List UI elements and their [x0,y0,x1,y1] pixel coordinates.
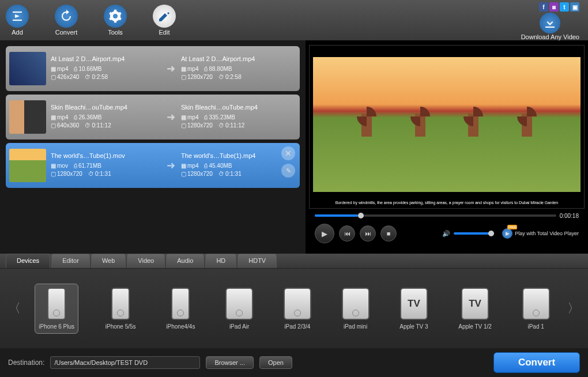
file-thumbnail [9,52,46,85]
social-links: f ◙ t ▣ [539,2,579,12]
device-carousel: 〈 iPhone 6 Plus iPhone 5/5s iPhone4/4s i… [0,269,588,348]
file-name: At Least 2 D…Airport.mp4 [51,55,160,62]
player-controls: 0:00:18 ▶ ⏮ ⏭ ■ 🔊 ▶ Play with Total Vide… [309,209,585,249]
convert-icon [55,5,78,28]
edit-icon [153,5,176,28]
tab-hd[interactable]: HD [205,254,236,268]
main-area: At Least 2 D…Airport.mp4 ▦ mp4⎙ 10.66MB … [0,40,588,254]
device-iphone5[interactable]: iPhone 5/5s [102,284,140,333]
open-button[interactable]: Open [259,356,292,369]
device-appletv12[interactable]: TVApple TV 1/2 [455,284,495,333]
play-with-label: Play with Total Video Player [515,231,579,236]
file-item[interactable]: At Least 2 D…Airport.mp4 ▦ mp4⎙ 10.66MB … [6,46,300,91]
file-name: Skin Bleachi…ouTube.mp4 [51,104,160,111]
convert-main-button[interactable]: Convert [493,352,580,373]
tab-devices[interactable]: Devices [6,254,50,268]
convert-label: Convert [55,29,78,36]
preview-image [313,57,581,192]
toolbar-right: f ◙ t ▣ Download Any Video [521,2,579,40]
device-iphone6plus[interactable]: iPhone 6 Plus [35,284,78,334]
device-appletv3[interactable]: TVApple TV 3 [396,284,431,333]
twitter-icon[interactable]: t [560,2,569,12]
device-ipad1[interactable]: iPad 1 [519,284,553,333]
browser-button[interactable]: Browser ... [206,356,254,369]
tab-editor[interactable]: Editor [51,254,90,268]
preview-screen: Bordered by windmills, the area provides… [309,45,585,209]
tab-hdtv[interactable]: HDTV [238,254,277,268]
device-ipadmini[interactable]: iPad mini [338,284,373,333]
tab-video[interactable]: Video [127,254,165,268]
destination-input[interactable] [50,356,200,369]
stop-button[interactable]: ■ [380,225,397,242]
device-ipad234[interactable]: iPad 2/3/4 [280,284,315,333]
tab-web[interactable]: Web [91,254,126,268]
play-with-total-player[interactable]: ▶ Play with Total Video Player [502,228,579,239]
file-name: The world's…Tube(1).mov [51,152,160,159]
file-thumbnail [9,100,46,134]
device-iphone4[interactable]: iPhone4/4s [163,284,198,333]
tools-label: Tools [108,29,123,36]
file-source: Skin Bleachi…ouTube.mp4 ▦ mp4⎙ 26.36MB ▢… [51,104,160,130]
edit-button[interactable]: Edit [153,5,176,36]
file-name: The world's…Tube(1).mp4 [181,152,291,159]
destination-label: Destination: [8,359,44,367]
facebook-icon[interactable]: f [539,2,548,12]
arrow-icon: ➜ [160,62,181,75]
file-item[interactable]: Skin Bleachi…ouTube.mp4 ▦ mp4⎙ 26.36MB ▢… [6,95,300,140]
add-label: Add [12,29,23,36]
next-arrow-icon[interactable]: 〉 [565,291,582,326]
tools-button[interactable]: Tools [104,5,127,36]
file-name: Skin Bleachi…ouTube.mp4 [181,104,291,111]
add-button[interactable]: Add [6,5,29,36]
bottom-panel: Devices Editor Web Video Audio HD HDTV 〈… [0,254,588,377]
file-source: At Least 2 D…Airport.mp4 ▦ mp4⎙ 10.66MB … [51,55,160,82]
prev-arrow-icon[interactable]: 〈 [6,291,23,326]
tab-audio[interactable]: Audio [166,254,204,268]
output-tabs: Devices Editor Web Video Audio HD HDTV [0,254,588,269]
file-dest: At Least 2 D…Airport.mp4 ▦ mp4⎙ 88.80MB … [181,55,291,82]
file-source: The world's…Tube(1).mov ▦ mov⎙ 61.71MB ▢… [51,152,160,179]
add-icon [6,5,29,28]
play-button[interactable]: ▶ [315,224,334,243]
volume-icon[interactable]: 🔊 [442,230,450,237]
download-any-video-button[interactable]: Download Any Video [521,13,579,40]
time-display: 0:00:18 [560,213,579,219]
volume-slider[interactable] [454,232,494,235]
next-button[interactable]: ⏭ [360,225,376,242]
pencil-icon[interactable]: ✎ [281,164,295,178]
main-toolbar: Add Convert Tools Edit f ◙ t ▣ Download … [0,0,588,40]
tools-icon [104,5,127,28]
player-icon: ▶ [502,228,512,239]
preview-caption: Bordered by windmills, the area provides… [310,201,584,205]
seek-bar[interactable]: 0:00:18 [315,212,579,219]
close-icon[interactable]: ✕ [281,146,295,160]
file-list: At Least 2 D…Airport.mp4 ▦ mp4⎙ 10.66MB … [0,40,306,254]
preview-panel: Bordered by windmills, the area provides… [306,40,588,254]
destination-bar: Destination: Browser ... Open Convert [0,348,588,377]
file-dest: The world's…Tube(1).mp4 ▦ mp4⎙ 45.40MB ▢… [181,152,291,179]
arrow-icon: ➜ [160,159,181,172]
file-thumbnail [9,149,46,182]
device-ipadair[interactable]: iPad Air [222,284,257,333]
download-icon [540,13,560,33]
arrow-icon: ➜ [160,111,181,123]
convert-button[interactable]: Convert [55,5,78,36]
edit-label: Edit [159,29,170,36]
file-dest: Skin Bleachi…ouTube.mp4 ▦ mp4⎙ 335.23MB … [181,104,291,130]
instagram-icon[interactable]: ◙ [549,2,559,12]
camera-icon[interactable]: ▣ [570,2,579,12]
file-item-selected[interactable]: The world's…Tube(1).mov ▦ mov⎙ 61.71MB ▢… [6,143,300,188]
download-label: Download Any Video [521,33,579,40]
file-name: At Least 2 D…Airport.mp4 [181,55,291,62]
prev-button[interactable]: ⏮ [339,225,355,242]
